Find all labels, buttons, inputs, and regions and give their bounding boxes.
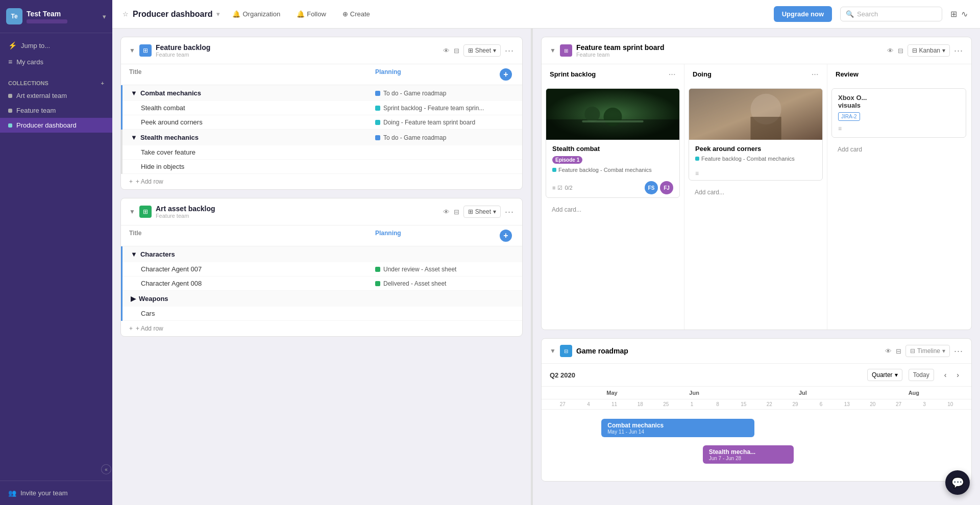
sidebar-item-jump-to[interactable]: ⚡ Jump to... bbox=[0, 37, 112, 54]
grid-view-icon[interactable]: ⊞ bbox=[948, 7, 959, 21]
follow-button[interactable]: 🔔 Follow bbox=[292, 8, 330, 20]
invite-team-button[interactable]: 👥 Invite your team bbox=[8, 489, 104, 497]
kanban-columns: Sprint backlog ··· bbox=[542, 64, 971, 330]
table-row[interactable]: Cars bbox=[122, 307, 522, 321]
sprint-board-filter-icon[interactable]: ⊟ bbox=[898, 47, 903, 55]
sprint-board-collapse[interactable]: ▼ bbox=[550, 47, 556, 54]
game-roadmap-title-section: Game roadmap bbox=[576, 347, 881, 355]
doing-more[interactable]: ··· bbox=[812, 70, 819, 78]
art-backlog-filter-icon[interactable]: ⊟ bbox=[454, 208, 459, 216]
chat-button[interactable]: 💬 bbox=[945, 470, 970, 495]
timeline-view-btn[interactable]: ⊟ Timeline ▾ bbox=[905, 345, 950, 357]
sidebar-item-my-cards[interactable]: ≡ My cards bbox=[0, 54, 112, 70]
table-row[interactable]: Stealth combat Sprint backlog - Feature … bbox=[122, 101, 522, 115]
feature-backlog-group-combat-row: ▼ Combat mechanics To do - Game roadmap bbox=[122, 85, 522, 101]
art-asset-backlog-collapse[interactable]: ▼ bbox=[129, 208, 135, 215]
feature-backlog-more-icon[interactable]: ··· bbox=[505, 45, 514, 56]
characters-expand-icon[interactable]: ▼ bbox=[131, 250, 137, 258]
add-col-btn[interactable]: + bbox=[498, 68, 514, 81]
stealth-combat-card[interactable]: Stealth combat Episode 1 Feature backlog… bbox=[546, 88, 680, 198]
sprint-board-eye-icon[interactable]: 👁 bbox=[887, 47, 894, 55]
agent008-planning-text: Delivered - Asset sheet bbox=[383, 280, 446, 287]
art-add-col-btn[interactable]: + bbox=[498, 230, 514, 242]
stealth-bar-dates: Jun 7 - Jun 28 bbox=[709, 456, 788, 461]
quarter-select[interactable]: Quarter ▾ bbox=[867, 369, 902, 381]
roadmap-eye-icon[interactable]: 👁 bbox=[885, 347, 892, 355]
episode1-tag: Episode 1 bbox=[552, 156, 582, 164]
game-roadmap-collapse[interactable]: ▼ bbox=[550, 347, 556, 355]
my-cards-label: My cards bbox=[16, 58, 43, 66]
stealth-combat-card-footer: ≡ ☑ 0/2 FS FJ bbox=[546, 178, 679, 197]
art-asset-backlog-subtitle: Feature team bbox=[156, 213, 439, 219]
peek-corners-card[interactable]: Peek around corners Feature backlog - Co… bbox=[689, 88, 823, 181]
weapons-title: Weapons bbox=[139, 295, 168, 302]
table-row[interactable]: Character Agent 007 Under review - Asset… bbox=[122, 262, 522, 276]
ref-dot bbox=[552, 168, 556, 172]
review-add-card[interactable]: Add card bbox=[831, 142, 966, 157]
sidebar-item-feature-team[interactable]: Feature team bbox=[0, 103, 112, 118]
create-button[interactable]: ⊕ Create bbox=[338, 8, 374, 20]
topbar: ☆ Producer dashboard ▾ 🔔 Organization 🔔 … bbox=[112, 0, 980, 29]
feature-backlog-eye-icon[interactable]: 👁 bbox=[443, 47, 450, 55]
invite-icon: 👥 bbox=[8, 489, 16, 497]
sprint-board-more-icon[interactable]: ··· bbox=[954, 45, 963, 56]
table-row[interactable]: Character Agent 008 Delivered - Asset sh… bbox=[122, 276, 522, 291]
table-row[interactable]: Peek around corners Doing - Feature team… bbox=[122, 115, 522, 130]
art-backlog-add-row[interactable]: + + Add row bbox=[121, 321, 522, 336]
weapons-expand-icon[interactable]: ▶ bbox=[131, 295, 136, 302]
activity-icon[interactable]: ∿ bbox=[959, 7, 970, 21]
sidebar-collapse-button[interactable]: « bbox=[101, 464, 111, 474]
roadmap-filter-icon[interactable]: ⊟ bbox=[896, 347, 901, 355]
date-aug10: 10 bbox=[937, 400, 963, 408]
organization-button[interactable]: 🔔 Organization bbox=[228, 8, 284, 20]
game-roadmap-title: Game roadmap bbox=[576, 347, 881, 355]
feature-backlog-add-row[interactable]: + + Add row bbox=[121, 174, 522, 189]
combat-mechanics-timeline-bar[interactable]: Combat mechanics May 11 - Jun 14 bbox=[601, 419, 754, 437]
stealth-combat-planning: Sprint backlog - Feature team sprin... bbox=[375, 105, 498, 112]
sprint-backlog-add-card[interactable]: Add card... bbox=[546, 202, 680, 217]
timeline-next[interactable]: › bbox=[952, 369, 963, 381]
feature-backlog-filter-icon[interactable]: ⊟ bbox=[454, 47, 459, 55]
sheet-icon: ⊞ bbox=[468, 47, 473, 54]
checklist-count: 0/2 bbox=[565, 185, 572, 191]
sprint-backlog-more[interactable]: ··· bbox=[669, 70, 676, 78]
sheet-chevron: ▾ bbox=[493, 47, 496, 54]
sidebar-item-art-external[interactable]: Art external team bbox=[0, 88, 112, 103]
my-cards-icon: ≡ bbox=[8, 58, 12, 66]
timeline-prev[interactable]: ‹ bbox=[940, 369, 951, 381]
feature-backlog-view-btn[interactable]: ⊞ Sheet ▾ bbox=[463, 44, 501, 57]
bell-icon: 🔔 bbox=[297, 10, 305, 18]
stealth-mechanics-group-title: ▼ Stealth mechanics bbox=[131, 134, 375, 141]
breadcrumb: ☆ Producer dashboard ▾ bbox=[122, 10, 220, 19]
search-bar[interactable]: 🔍 Search bbox=[840, 7, 942, 21]
doing-add-card[interactable]: Add card... bbox=[689, 185, 823, 200]
stealth-expand-icon[interactable]: ▼ bbox=[131, 134, 137, 141]
sidebar-item-producer-dashboard[interactable]: Producer dashboard bbox=[0, 118, 112, 133]
art-backlog-more-icon[interactable]: ··· bbox=[505, 207, 514, 217]
art-backlog-eye-icon[interactable]: 👁 bbox=[443, 208, 450, 216]
feature-backlog-title: Feature backlog bbox=[156, 43, 439, 52]
add-collection-icon[interactable]: + bbox=[101, 80, 104, 86]
date-4: 4 bbox=[576, 400, 602, 408]
breadcrumb-chevron[interactable]: ▾ bbox=[216, 10, 220, 18]
sidebar-collapse-icon[interactable]: ▾ bbox=[103, 13, 106, 20]
stealth-mechanics-timeline-bar[interactable]: Stealth mecha... Jun 7 - Jun 28 bbox=[703, 445, 794, 464]
stealth-mechanics-title: Stealth mechanics bbox=[140, 134, 199, 141]
today-button[interactable]: Today bbox=[909, 369, 934, 381]
feature-backlog-header: ▼ ⊞ Feature backlog Feature team 👁 ⊟ ⊞ S… bbox=[121, 37, 522, 64]
sidebar: Te Test Team ▾ ⚡ Jump to... ≡ My cards C… bbox=[0, 0, 112, 505]
feature-backlog-collapse[interactable]: ▼ bbox=[129, 47, 135, 54]
combat-expand-icon[interactable]: ▼ bbox=[131, 89, 137, 97]
sprint-board-view-btn[interactable]: ⊟ Kanban ▾ bbox=[908, 44, 950, 57]
art-sheet-icon: ⊞ bbox=[468, 208, 473, 215]
kanban-col-sprint-backlog: Sprint backlog ··· bbox=[542, 64, 684, 330]
art-backlog-view-btn[interactable]: ⊞ Sheet ▾ bbox=[463, 206, 501, 218]
roadmap-more-icon[interactable]: ··· bbox=[954, 346, 963, 357]
star-icon[interactable]: ☆ bbox=[122, 10, 129, 18]
xbox-visuals-card[interactable]: Xbox O...visuals JIRA-2 ≡ bbox=[831, 88, 966, 138]
table-row[interactable]: Take cover feature bbox=[122, 145, 522, 160]
date-jul13: 13 bbox=[834, 400, 860, 408]
stealth-combat-img bbox=[546, 89, 679, 140]
upgrade-button[interactable]: Upgrade now bbox=[774, 6, 832, 22]
table-row[interactable]: Hide in objects bbox=[122, 160, 522, 174]
